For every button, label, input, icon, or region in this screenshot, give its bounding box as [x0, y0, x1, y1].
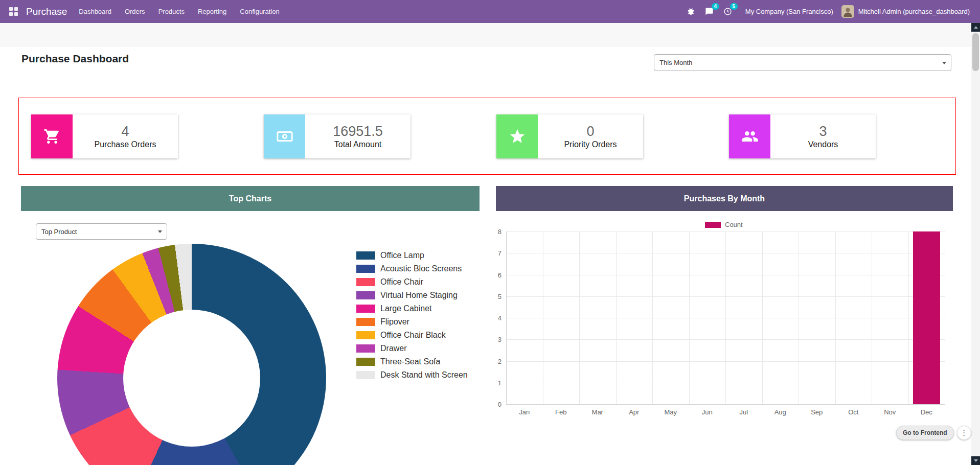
- arrow-down-icon: [974, 459, 978, 462]
- gridline: [725, 231, 726, 404]
- legend-item[interactable]: Large Cabinet: [356, 302, 468, 315]
- scroll-up-button[interactable]: [971, 23, 980, 32]
- debug-button[interactable]: [682, 3, 700, 21]
- kpi-card-total-amount[interactable]: 16951.5 Total Amount: [264, 114, 411, 158]
- legend-swatch: [356, 371, 375, 379]
- scrollbar-thumb[interactable]: [972, 33, 979, 71]
- kpi-card-purchase-orders[interactable]: 4 Purchase Orders: [31, 114, 178, 158]
- messages-button[interactable]: 4: [700, 3, 719, 21]
- company-switcher[interactable]: My Company (San Francisco): [737, 8, 841, 15]
- y-axis-tick-label: 8: [498, 228, 502, 236]
- legend-swatch: [356, 265, 375, 273]
- vertical-scrollbar[interactable]: [971, 23, 980, 465]
- nav-item-products[interactable]: Products: [152, 0, 191, 23]
- go-to-frontend-button[interactable]: Go to Frontend: [896, 426, 954, 440]
- legend-item[interactable]: Drawer: [356, 342, 468, 355]
- x-axis-tick-label: May: [652, 408, 689, 416]
- more-options-button[interactable]: ⋮: [957, 426, 971, 440]
- x-axis-tick-label: Aug: [762, 408, 799, 416]
- legend-item[interactable]: Office Lamp: [356, 249, 468, 262]
- donut-chart[interactable]: [57, 244, 326, 465]
- x-axis-tick-label: Apr: [616, 408, 653, 416]
- nav-item-dashboard[interactable]: Dashboard: [72, 0, 118, 23]
- gridline: [652, 231, 653, 404]
- legend-swatch: [356, 278, 375, 286]
- top-charts-panel: Top Charts Top Product Office LampAcoust…: [21, 186, 480, 465]
- kpi-label: Vendors: [808, 140, 838, 149]
- bar-chart-plot: 012345678JanFebMarAprMayJunJulAugSepOctN…: [506, 231, 945, 404]
- user-menu[interactable]: Mitchell Admin (purchase_dashboard): [854, 8, 975, 15]
- legend-item[interactable]: Office Chair Black: [356, 329, 468, 342]
- gridline: [799, 231, 799, 404]
- kpi-value: 0: [586, 124, 594, 139]
- kpi-label: Total Amount: [334, 140, 382, 149]
- avatar[interactable]: [841, 5, 854, 18]
- legend-label: Flipover: [380, 317, 409, 327]
- legend-swatch: [356, 358, 375, 366]
- app-brand[interactable]: Purchase: [26, 6, 67, 17]
- banknote-icon: [264, 114, 305, 158]
- legend-swatch: [356, 331, 375, 339]
- y-axis-tick-label: 4: [498, 314, 502, 322]
- activities-button[interactable]: 5: [719, 3, 737, 21]
- systray: 4 5 My Company (San Francisco) Mitchell …: [682, 3, 975, 21]
- apps-menu-button[interactable]: [5, 3, 22, 20]
- top-charts-header: Top Charts: [21, 186, 480, 211]
- legend-swatch: [356, 344, 375, 353]
- kpi-value: 3: [819, 124, 827, 139]
- gridline: [689, 231, 690, 404]
- period-select-wrap: This Month: [654, 54, 951, 71]
- kpi-col: 16951.5 Total Amount: [264, 114, 496, 158]
- legend-item[interactable]: Flipover: [356, 315, 468, 329]
- nav-item-configuration[interactable]: Configuration: [233, 0, 286, 23]
- donut-hole: [123, 310, 260, 447]
- kpi-card-priority-orders[interactable]: 0 Priority Orders: [496, 114, 643, 158]
- gridline: [835, 231, 836, 404]
- bar-dec[interactable]: [913, 231, 940, 404]
- legend-item[interactable]: Three-Seat Sofa: [356, 355, 468, 368]
- gridline: [616, 231, 617, 404]
- bar-chart-legend[interactable]: Count: [705, 221, 743, 228]
- top-product-select[interactable]: Top Product: [36, 223, 167, 240]
- kpi-value: 4: [121, 124, 129, 139]
- nav-item-reporting[interactable]: Reporting: [191, 0, 233, 23]
- top-charts-body: Top Product Office LampAcoustic Bloc Scr…: [21, 211, 480, 465]
- legend-item[interactable]: Acoustic Bloc Screens: [356, 262, 468, 275]
- purchases-by-month-body: Count 012345678JanFebMarAprMayJunJulAugS…: [496, 211, 953, 436]
- kpi-col: 3 Vendors: [729, 114, 962, 158]
- gridline: [908, 231, 909, 404]
- legend-label: Acoustic Bloc Screens: [380, 264, 462, 273]
- users-icon: [729, 114, 770, 158]
- user-photo-icon: [841, 5, 854, 18]
- cart-icon: [31, 114, 73, 158]
- legend-swatch: [356, 251, 375, 260]
- gridline: [506, 404, 945, 405]
- legend-item[interactable]: Desk Stand with Screen: [356, 368, 468, 382]
- notification-badge: 5: [730, 3, 738, 10]
- gridline: [872, 231, 872, 404]
- x-axis-tick-label: Sep: [799, 408, 835, 416]
- x-axis-tick-label: Dec: [908, 408, 945, 416]
- scroll-down-button[interactable]: [971, 456, 980, 465]
- x-axis-tick-label: Jan: [506, 408, 543, 416]
- notification-badge: 4: [712, 3, 719, 10]
- kpi-card-vendors[interactable]: 3 Vendors: [729, 114, 876, 158]
- gridline: [762, 231, 763, 404]
- arrow-up-icon: [974, 26, 978, 29]
- bar-legend-swatch: [705, 222, 721, 228]
- kpi-col: 4 Purchase Orders: [31, 114, 264, 158]
- apps-grid-icon: [9, 7, 18, 16]
- y-axis-tick-label: 5: [498, 292, 502, 300]
- legend-label: Drawer: [380, 344, 407, 353]
- bug-icon: [687, 7, 695, 16]
- legend-item[interactable]: Office Chair: [356, 275, 468, 289]
- nav-item-orders[interactable]: Orders: [118, 0, 152, 23]
- legend-label: Virtual Home Staging: [380, 291, 458, 300]
- legend-item[interactable]: Virtual Home Staging: [356, 289, 468, 302]
- y-axis-tick-label: 0: [498, 401, 502, 408]
- y-axis-tick-label: 2: [498, 357, 502, 365]
- legend-label: Office Chair Black: [380, 331, 446, 340]
- period-select[interactable]: This Month: [654, 54, 951, 71]
- y-axis-tick-label: 3: [498, 336, 502, 343]
- purchases-by-month-header: Purchases By Month: [496, 186, 953, 211]
